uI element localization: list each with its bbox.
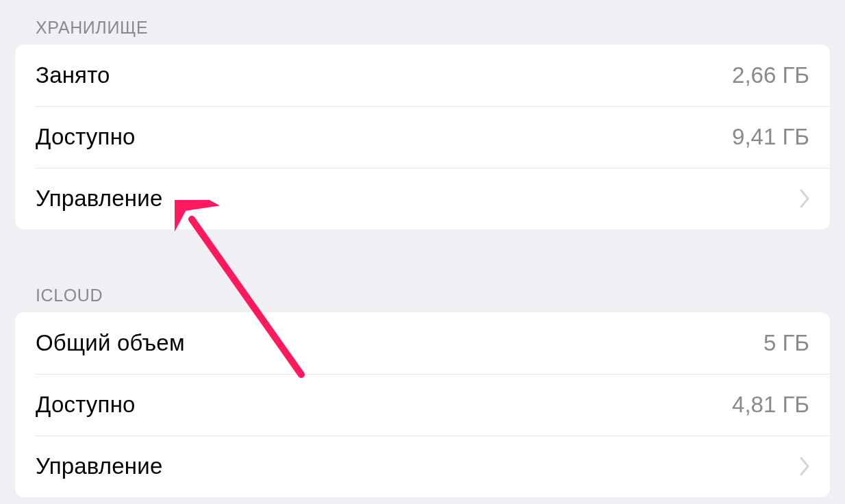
icloud-total-row: Общий объем 5 ГБ <box>15 312 830 374</box>
storage-available-value: 9,41 ГБ <box>732 124 809 150</box>
icloud-available-value: 4,81 ГБ <box>732 392 809 418</box>
storage-group: Занято 2,66 ГБ Доступно 9,41 ГБ Управлен… <box>15 45 830 229</box>
storage-available-label: Доступно <box>36 124 136 150</box>
icloud-manage-label: Управление <box>36 453 162 479</box>
icloud-group: Общий объем 5 ГБ Доступно 4,81 ГБ Управл… <box>15 312 830 497</box>
storage-manage-label: Управление <box>36 186 162 212</box>
icloud-total-label: Общий объем <box>36 330 185 356</box>
chevron-right-icon <box>800 189 809 208</box>
storage-used-row: Занято 2,66 ГБ <box>15 45 830 106</box>
icloud-total-value: 5 ГБ <box>764 330 809 356</box>
storage-used-value: 2,66 ГБ <box>732 62 809 88</box>
icloud-section-header: ICLOUD <box>0 277 845 312</box>
icloud-available-label: Доступно <box>36 392 136 418</box>
storage-section-header: ХРАНИЛИЩЕ <box>0 10 845 45</box>
storage-manage-row[interactable]: Управление <box>15 168 830 229</box>
storage-used-label: Занято <box>36 62 110 88</box>
chevron-right-icon <box>800 457 809 476</box>
icloud-manage-row[interactable]: Управление <box>15 436 830 497</box>
settings-storage-screen: ХРАНИЛИЩЕ Занято 2,66 ГБ Доступно 9,41 Г… <box>0 0 845 497</box>
icloud-available-row: Доступно 4,81 ГБ <box>15 374 830 436</box>
storage-available-row: Доступно 9,41 ГБ <box>15 106 830 168</box>
